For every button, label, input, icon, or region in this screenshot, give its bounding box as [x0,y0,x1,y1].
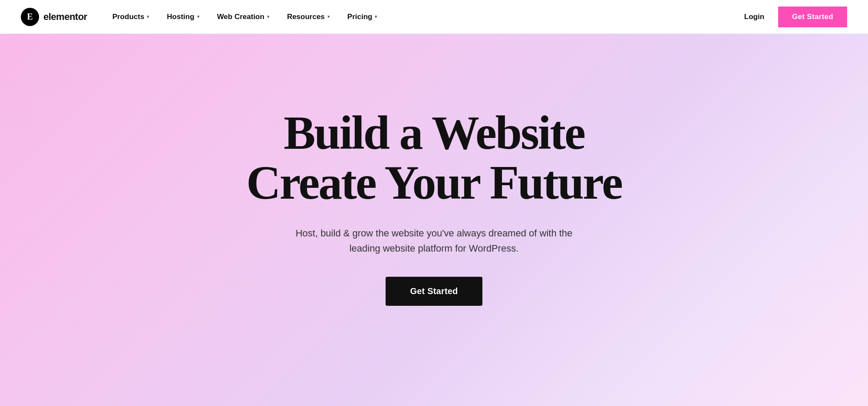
nav-item-products[interactable]: Products ▾ [105,9,158,25]
get-started-hero-button[interactable]: Get Started [386,277,482,306]
nav-item-resources[interactable]: Resources ▾ [279,9,338,25]
nav-item-resources-label: Resources [287,13,325,21]
nav-actions: Login Get Started [736,7,847,27]
nav-item-web-creation[interactable]: Web Creation ▾ [209,9,277,25]
hero-title-line1: Build a Website [284,106,584,159]
nav-item-products-label: Products [112,13,145,21]
nav-item-web-creation-label: Web Creation [217,13,264,21]
brand-name: elementor [43,11,87,23]
get-started-nav-button[interactable]: Get Started [778,7,847,27]
chevron-down-icon: ▾ [375,14,377,20]
hero-title-line2: Create Your Future [246,156,622,209]
chevron-down-icon: ▾ [327,14,330,20]
nav-item-hosting-label: Hosting [167,13,194,21]
chevron-down-icon: ▾ [147,14,149,20]
nav-item-pricing-label: Pricing [347,13,373,21]
hero-title: Build a Website Create Your Future [246,108,622,208]
nav-item-pricing[interactable]: Pricing ▾ [340,9,386,25]
logo-link[interactable]: E elementor [21,8,87,26]
hero-subtitle: Host, build & grow the website you've al… [287,226,582,256]
chevron-down-icon: ▾ [197,14,200,20]
login-button[interactable]: Login [736,8,773,26]
nav-menu: Products ▾ Hosting ▾ Web Creation ▾ Reso… [105,9,736,25]
nav-item-hosting[interactable]: Hosting ▾ [159,9,207,25]
chevron-down-icon: ▾ [267,14,270,20]
logo-letter: E [27,12,33,22]
logo-icon: E [21,8,39,26]
navigation: E elementor Products ▾ Hosting ▾ Web Cre… [0,0,868,34]
hero-section: Build a Website Create Your Future Host,… [0,0,868,406]
